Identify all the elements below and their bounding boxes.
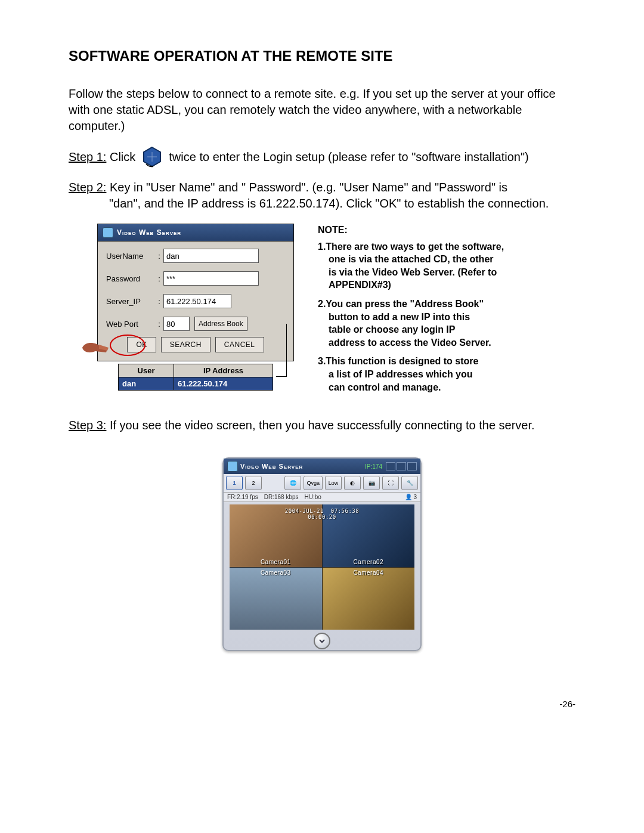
qvga-button[interactable]: Qvga [304,476,323,490]
serverip-label: Server_IP [106,297,155,306]
cell-user: dan [119,377,174,391]
webport-input[interactable] [163,317,190,331]
password-input[interactable] [163,271,259,286]
login-dialog: Video Web Server UserName : Password : S… [97,224,294,391]
video-timestamp: 2004-JUL-21 07:56:38 00:00:20 [224,508,420,520]
login-title: Video Web Server [117,228,181,237]
step-2-line2: "dan", and the IP address is 61.222.50.1… [109,196,575,212]
status-users: 3 [413,494,417,500]
note-2-head: 2.You can press the "Address Book" [318,298,504,311]
note-1-c: APPENDIX#3) [318,278,504,292]
login-titlebar: Video Web Server [97,224,294,241]
camera-4[interactable]: Camera04 [323,568,415,630]
contrast-icon[interactable]: ◐ [344,476,361,490]
table-header-user: User [119,364,174,377]
note-3-b: can control and manage. [318,381,504,394]
step-1-label: Step 1: [69,150,106,163]
note-1-head: 1.There are two ways to get the software… [318,240,504,253]
ok-highlight-ring [110,335,145,356]
status-hu: HU:bo [305,494,321,500]
step-1: Step 1: Click twice to enter the Login s… [69,146,575,168]
viewer-title-text: Video Web Server [240,463,303,470]
note-title: NOTE: [318,224,504,237]
note-2-a: button to add a new IP into this [318,311,504,324]
status-dr: DR:168 kbps [264,494,299,500]
snapshot-icon[interactable]: 📷 [363,476,380,490]
connector-line [286,324,287,376]
step-3-text: If you see the video screen, then you ha… [106,419,534,432]
intro-text: Follow the steps below to connect to a r… [69,86,575,134]
fullscreen-icon[interactable]: ⛶ [382,476,399,490]
quality-low-button[interactable]: Low [325,476,342,490]
viewer-footer [224,632,420,650]
webport-label: Web Port [106,320,155,329]
address-book-button[interactable]: Address Book [194,317,247,331]
table-row[interactable]: dan 61.222.50.174 [119,377,273,391]
camera-grid: Camera01 Camera02 Camera03 Camera04 [230,504,414,630]
note-2-b: table or choose any login IP [318,323,504,336]
close-button[interactable] [407,462,417,470]
settings-icon[interactable]: 🔧 [401,476,418,490]
viewer-toolbar: 1 2 🌐 Qvga Low ◐ 📷 ⛶ 🔧 [224,474,420,493]
step-1-before: Click [106,150,135,163]
serverip-input[interactable] [163,294,231,308]
camera-3[interactable]: Camera03 [230,568,322,630]
status-fr: FR:2.19 fps [227,494,258,500]
browser-icon[interactable]: 🌐 [284,476,301,490]
username-input[interactable] [163,249,259,263]
viewer-statusbar: FR:2.19 fps DR:168 kbps HU:bo 👤 3 [224,493,420,502]
step-3-label: Step 3: [69,419,106,432]
viewer-window: Video Web Server IP:174 1 2 🌐 Qvga Low ◐… [222,457,422,651]
note-2-c: address to access the Video Server. [318,336,504,349]
page-number: -26- [69,699,575,709]
minimize-button[interactable] [386,462,395,470]
note-box: NOTE: 1.There are two ways to get the so… [318,224,504,400]
note-1-b: is via the Video Web Server. (Refer to [318,266,504,279]
username-label: UserName [106,252,155,261]
note-3-a: a list of IP addresses which you [318,368,504,381]
step-2: Step 2: Key in "User Name" and " Passwor… [69,179,575,212]
pointing-hand-icon [81,336,111,357]
password-label: Password [106,274,155,283]
app-icon [227,461,238,472]
app-icon [103,227,113,238]
address-book-table: User IP Address dan 61.222.50.174 [118,364,273,391]
expand-down-button[interactable] [314,633,330,649]
cancel-button[interactable]: CANCEL [215,337,264,352]
cell-ip: 61.222.50.174 [174,377,273,391]
viewer-ip-tag: IP:174 [365,463,382,470]
maximize-button[interactable] [397,462,406,470]
note-3-head: 3.This function is designed to store [318,355,504,368]
step-2-label: Step 2: [69,181,106,194]
table-header-ip: IP Address [174,364,273,377]
page-heading: SOFTWARE OPERATION AT THE REMOTE SITE [69,48,575,64]
note-1-a: one is via the attached CD, the other [318,253,504,266]
view-2-button[interactable]: 2 [245,476,262,490]
search-button[interactable]: SEARCH [161,337,210,352]
step-1-after: twice to enter the Login setup (please r… [169,149,528,165]
step-2-line1: Key in "User Name" and " Password". (e.g… [106,181,507,194]
step-3: Step 3: If you see the video screen, the… [69,417,575,433]
app-launch-icon [141,146,163,168]
view-1-button[interactable]: 1 [226,476,243,490]
viewer-titlebar: Video Web Server IP:174 [224,459,420,474]
